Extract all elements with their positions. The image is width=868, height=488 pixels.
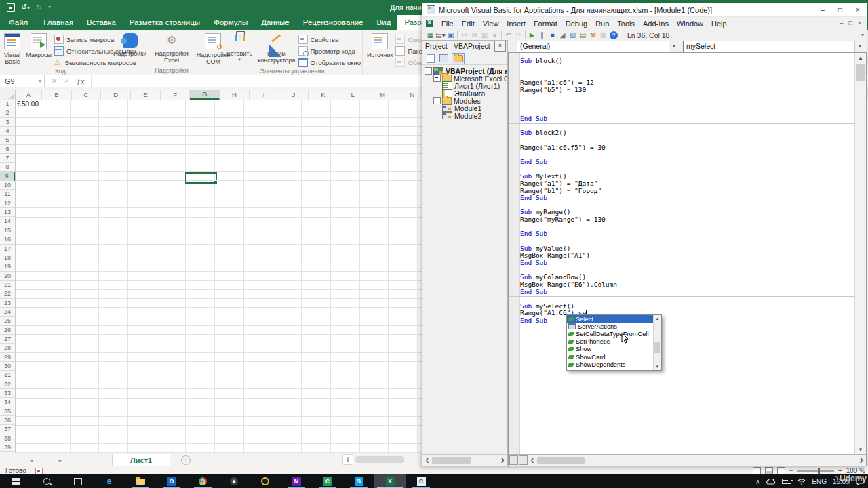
zoom-out-icon[interactable]: − <box>789 467 793 474</box>
code-horizontal-scrollbar[interactable]: ❮ ❯ <box>509 454 866 466</box>
procedure-combo[interactable]: mySelect ▼ <box>683 41 865 52</box>
row-header-32[interactable]: 32 <box>0 380 15 389</box>
row-header-36[interactable]: 36 <box>0 416 15 425</box>
chevron-down-icon[interactable]: ▼ <box>854 41 865 52</box>
collapse-icon[interactable] <box>425 67 432 75</box>
selected-cell-g9[interactable] <box>185 172 217 184</box>
vba-menu-insert[interactable]: Insert <box>502 20 530 28</box>
tree-item-microsoft-excel-objects[interactable]: Microsoft Excel Objects <box>422 75 507 82</box>
undo-icon[interactable]: ↶ <box>503 30 513 41</box>
qat-customize-icon[interactable]: ▾ <box>48 0 51 15</box>
column-header-K[interactable]: K <box>309 90 338 100</box>
add-sheet-button[interactable]: + <box>181 455 191 465</box>
vba-menu-window[interactable]: Window <box>673 20 707 28</box>
project-explorer-icon[interactable]: ▧ <box>568 30 578 41</box>
visual-basic-button[interactable]: Visual Basic <box>2 32 22 66</box>
tray-expand-icon[interactable]: ∧ <box>755 478 760 485</box>
row-header-31[interactable]: 31 <box>0 371 15 380</box>
row-header-17[interactable]: 17 <box>0 245 15 253</box>
skype-icon[interactable]: S <box>343 474 374 488</box>
column-header-F[interactable]: F <box>161 90 191 100</box>
vba-menu-edit[interactable]: Edit <box>458 20 479 28</box>
column-header-C[interactable]: C <box>72 90 102 100</box>
tab-формулы[interactable]: Формулы <box>207 15 254 30</box>
child-minimize-icon[interactable]: – <box>840 20 843 26</box>
object-browser-icon[interactable]: ▩ <box>598 30 608 41</box>
project-horizontal-scrollbar[interactable]: ❮ ❯ <box>422 454 507 466</box>
row-header-33[interactable]: 33 <box>0 389 15 398</box>
tree-item-лист1-лист1[interactable]: Лист1 (Лист1) <box>422 82 507 89</box>
tab-рецензирование[interactable]: Рецензирование <box>296 15 370 30</box>
row-header-13[interactable]: 13 <box>0 208 15 217</box>
task-view-button[interactable] <box>62 474 94 488</box>
scroll-left-icon[interactable]: ❮ <box>422 455 432 465</box>
vba-menu-file[interactable]: File <box>437 20 458 28</box>
code-margin-bar[interactable] <box>509 53 520 455</box>
onenote-icon[interactable]: N <box>281 474 312 488</box>
code-app-icon[interactable]: C <box>406 474 437 488</box>
intellisense-scrollbar[interactable]: ▲ ▼ <box>653 315 661 370</box>
scroll-down-icon[interactable]: ▼ <box>654 363 661 370</box>
cell-a1[interactable]: € 50.00 <box>15 100 41 108</box>
object-combo[interactable]: (General) ▼ <box>517 41 679 52</box>
save-icon[interactable]: ▣ <box>446 30 456 41</box>
sheet-nav-right-icon[interactable]: ▸ <box>56 457 65 464</box>
macros-button[interactable]: Макросы <box>24 32 54 60</box>
column-header-J[interactable]: J <box>279 90 309 100</box>
column-header-H[interactable]: H <box>220 90 250 100</box>
scroll-up-icon[interactable]: ▲ <box>855 53 866 63</box>
close-icon[interactable]: × <box>849 4 867 16</box>
horizontal-scrollbar-excel[interactable]: ❮ <box>342 454 420 464</box>
chrome-icon[interactable] <box>187 474 218 488</box>
worksheet-grid[interactable]: 1234567891011121314151617181920212223242… <box>0 100 422 453</box>
scroll-thumb[interactable] <box>432 457 471 464</box>
row-header-39[interactable]: 39 <box>0 443 15 452</box>
row-header-10[interactable]: 10 <box>0 181 15 190</box>
game-bar-icon[interactable]: ▲ <box>218 474 250 488</box>
run-icon[interactable]: ▶ <box>527 30 537 41</box>
intellisense-item-setcelldatatypefromcell[interactable]: SetCellDataTypeFromCell <box>567 330 653 338</box>
row-header-19[interactable]: 19 <box>0 262 15 271</box>
onedrive-cloud-icon[interactable] <box>766 479 776 485</box>
child-restore-icon[interactable]: □ <box>848 20 852 26</box>
tab-разметка-страницы[interactable]: Разметка страницы <box>123 15 207 30</box>
vba-menu-run[interactable]: Run <box>591 20 613 28</box>
row-header-3[interactable]: 3 <box>0 118 15 127</box>
run-dialog-button[interactable]: Отобразить окно <box>298 58 361 67</box>
excel-addins-button[interactable]: ⚙ Надстройки Excel <box>153 32 190 65</box>
collapse-icon[interactable] <box>433 97 441 104</box>
design-mode-icon[interactable]: ◢ <box>557 30 568 41</box>
child-close-icon[interactable]: × <box>858 20 861 26</box>
tree-item-этакнига[interactable]: ЭтаКнига <box>422 89 507 97</box>
column-header-M[interactable]: M <box>368 90 398 100</box>
start-button[interactable] <box>0 474 31 488</box>
excel-icon[interactable]: X <box>374 474 406 488</box>
row-header-23[interactable]: 23 <box>0 299 15 308</box>
name-box-dropdown-icon[interactable]: ▾ <box>39 78 44 84</box>
row-header-21[interactable]: 21 <box>0 281 15 289</box>
scroll-right-icon[interactable]: ❯ <box>856 455 866 465</box>
row-header-15[interactable]: 15 <box>0 226 15 235</box>
insert-userform-icon[interactable]: ▤▾ <box>435 30 446 41</box>
row-header-22[interactable]: 22 <box>0 289 15 298</box>
scroll-thumb[interactable] <box>537 457 585 464</box>
row-header-9[interactable]: 9 <box>0 172 15 181</box>
column-header-L[interactable]: L <box>338 90 368 100</box>
toolbox-icon[interactable]: ⚒ <box>588 30 598 41</box>
break-icon[interactable]: ∥ <box>537 30 547 41</box>
view-code-tool[interactable] <box>425 54 436 64</box>
battery-icon[interactable] <box>782 479 791 484</box>
tab-вид[interactable]: Вид <box>370 15 398 30</box>
row-header-30[interactable]: 30 <box>0 362 15 371</box>
help-icon[interactable]: ? <box>610 31 618 39</box>
tree-item-module2[interactable]: Module2 <box>422 112 507 119</box>
row-header-37[interactable]: 37 <box>0 425 15 434</box>
tray-clock[interactable]: 16:05 <box>833 478 850 485</box>
row-header-34[interactable]: 34 <box>0 398 15 407</box>
view-excel-icon[interactable]: ▦ <box>425 30 435 41</box>
properties-button[interactable]: Свойства <box>298 35 361 44</box>
camtasia-icon[interactable]: C <box>312 474 343 488</box>
row-header-24[interactable]: 24 <box>0 308 15 317</box>
undo-icon[interactable]: ↺▾ <box>21 0 30 16</box>
row-header-5[interactable]: 5 <box>0 136 15 144</box>
